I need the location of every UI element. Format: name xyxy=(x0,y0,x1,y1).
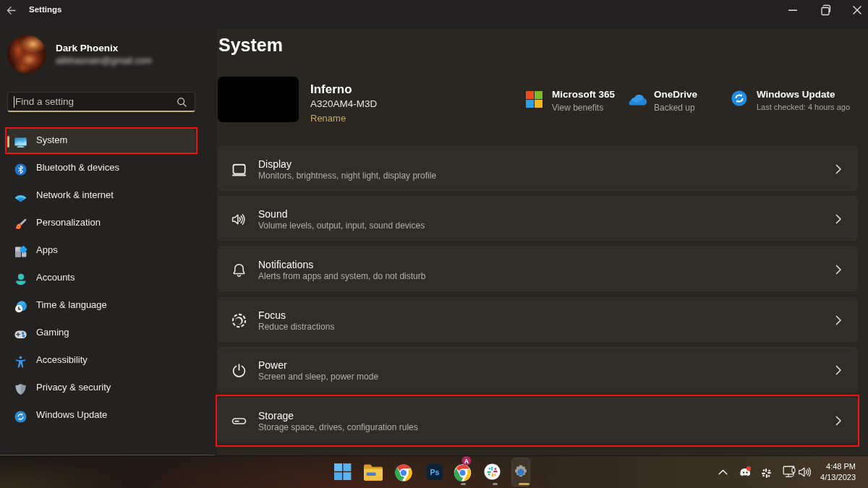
svg-text:Ps: Ps xyxy=(430,468,440,476)
svg-text:A: A xyxy=(464,458,469,465)
